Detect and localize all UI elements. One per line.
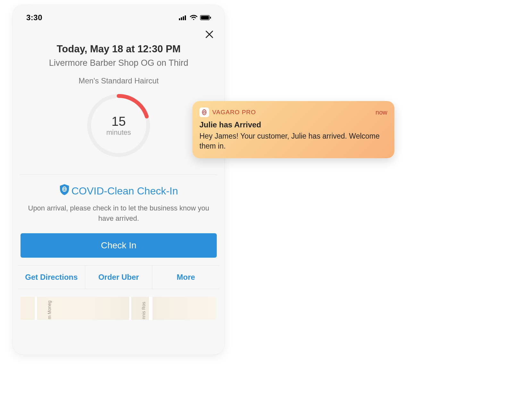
push-notification[interactable]: VAGARO PRO now Julie has Arrived Hey Jam…: [192, 101, 394, 158]
svg-rect-3: [185, 15, 186, 20]
map-street-label: nnis Ros: [141, 302, 146, 319]
get-directions-button[interactable]: Get Directions: [18, 266, 85, 289]
notification-time: now: [375, 109, 387, 116]
appointment-header: Today, May 18 at 12:30 PM Livermore Barb…: [18, 43, 219, 175]
close-icon[interactable]: [205, 29, 214, 40]
covid-checkin-section: COVID-Clean Check-In Upon arrival, pleas…: [18, 175, 219, 229]
covid-description: Upon arrival, please check in to let the…: [22, 203, 215, 224]
action-row: Get Directions Order Uber More: [18, 265, 219, 289]
vagaro-app-icon: [199, 107, 209, 117]
notification-title: Julie has Arrived: [199, 120, 387, 129]
service-name: Men's Standard Haircut: [24, 76, 213, 85]
battery-icon: [200, 13, 211, 22]
status-bar: 3:30: [18, 11, 219, 28]
svg-point-12: [203, 111, 205, 113]
svg-rect-2: [183, 16, 184, 20]
status-time: 3:30: [26, 13, 42, 22]
more-button[interactable]: More: [152, 266, 219, 289]
status-indicators: [179, 13, 211, 22]
countdown-unit: minutes: [106, 128, 131, 137]
shop-name: Livermore Barber Shop OG on Third: [24, 58, 213, 68]
notification-app-name: VAGARO PRO: [212, 109, 256, 116]
map-street-label: m Moneg: [47, 300, 52, 319]
map-preview[interactable]: m Moneg nnis Ros: [21, 297, 217, 320]
svg-rect-1: [181, 17, 182, 20]
countdown-ring: 15 minutes: [86, 92, 152, 159]
notification-body: Hey James! Your customer, Julie has arri…: [199, 131, 387, 151]
covid-heading: COVID-Clean Check-In: [71, 185, 178, 197]
phone-card: 3:30 Today, May 18 at 12:30 PM L: [13, 5, 224, 355]
svg-rect-5: [201, 16, 209, 20]
svg-rect-0: [179, 18, 180, 20]
notification-header: VAGARO PRO now: [199, 107, 387, 117]
covid-heading-row: COVID-Clean Check-In: [22, 184, 215, 198]
check-in-button[interactable]: Check In: [21, 233, 217, 258]
order-uber-button[interactable]: Order Uber: [85, 266, 153, 289]
cellular-icon: [179, 13, 187, 22]
svg-rect-6: [210, 17, 211, 19]
appointment-date: Today, May 18 at 12:30 PM: [24, 43, 213, 55]
shield-icon: [59, 184, 70, 198]
countdown-value: 15: [112, 114, 126, 128]
wifi-icon: [190, 13, 198, 22]
